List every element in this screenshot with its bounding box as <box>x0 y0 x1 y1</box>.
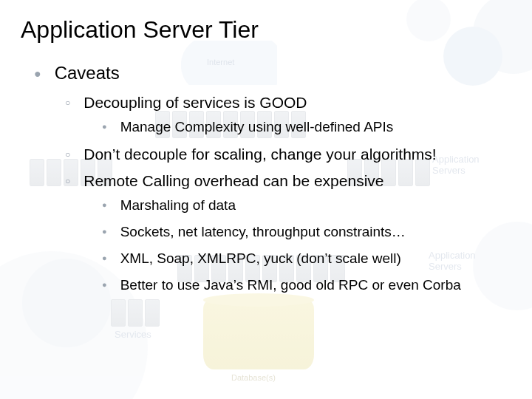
bullet-lv3-marshaling: ● Marshaling of data <box>102 197 511 214</box>
bullet-text: Remote Calling overhead can be expensive <box>83 172 383 190</box>
circle-bullet-icon: ○ <box>65 176 70 186</box>
slide-content: Application Server Tier ● Caveats ○ Deco… <box>0 0 532 293</box>
bullet-text: Better to use Java’s RMI, good old RPC o… <box>120 277 461 293</box>
bg-database-label: Database(s) <box>231 373 276 382</box>
slide-title: Application Server Tier <box>21 16 511 44</box>
bullet-text: Don’t decouple for scaling, change your … <box>83 146 436 163</box>
bullet-lv3-manage-complexity: ● Manage Complexity using well-defined A… <box>102 119 511 135</box>
bullet-text: XML, Soap, XMLRPC, yuck (don’t scale wel… <box>120 250 401 267</box>
bullet-lv3-xml: ● XML, Soap, XMLRPC, yuck (don’t scale w… <box>102 250 511 267</box>
bullet-lv3-rmi: ● Better to use Java’s RMI, good old RPC… <box>102 277 511 293</box>
disc-bullet-icon: ● <box>34 67 41 81</box>
circle-bullet-icon: ○ <box>65 149 70 160</box>
bullet-lv2-remote-calling: ○ Remote Calling overhead can be expensi… <box>65 172 511 190</box>
bullet-text: Caveats <box>55 63 120 83</box>
bullet-lv2-decoupling: ○ Decoupling of services is GOOD <box>65 94 511 112</box>
bullet-lv2-dont-decouple: ○ Don’t decouple for scaling, change you… <box>65 146 511 163</box>
disc-bullet-icon: ● <box>102 280 107 289</box>
bullet-lv3-sockets: ● Sockets, net latency, throughput const… <box>102 224 511 240</box>
bg-services-label: Services <box>115 329 151 340</box>
bullet-text: Marshaling of data <box>120 197 236 214</box>
circle-bullet-icon: ○ <box>65 98 70 108</box>
disc-bullet-icon: ● <box>102 253 107 262</box>
bullet-text: Decoupling of services is GOOD <box>83 94 307 112</box>
bullet-text: Sockets, net latency, throughput constra… <box>120 224 406 240</box>
bullet-lv1-caveats: ● Caveats <box>34 63 511 83</box>
disc-bullet-icon: ● <box>102 227 107 236</box>
disc-bullet-icon: ● <box>102 200 107 209</box>
bullet-text: Manage Complexity using well-defined API… <box>120 119 394 135</box>
disc-bullet-icon: ● <box>102 122 107 131</box>
